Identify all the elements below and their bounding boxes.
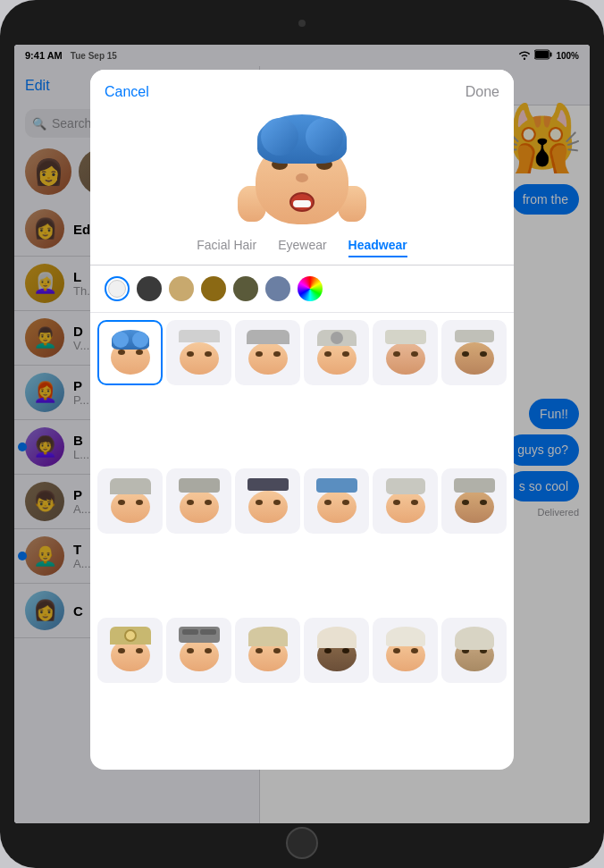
tab-headwear[interactable]: Headwear [348,238,407,257]
hw-preview-11 [452,478,497,525]
hw-knob-3 [331,332,343,344]
hw-goggles-r [200,629,216,635]
color-swatches [90,265,514,313]
headwear-item-1[interactable] [166,320,231,385]
hw-preview-1 [177,330,222,376]
hw-preview-4 [383,330,428,376]
hw-preview-12 [108,627,153,673]
hw-badge [124,629,137,642]
hw-head-wrap [386,627,425,646]
hw-cap-2 [247,330,289,344]
nose [296,173,308,182]
hw-preview-7 [177,478,222,525]
hw-face-13 [180,639,219,671]
ipad-frame: 9:41 AM Tue Sep 15 100% Edit Messages ✎ [0,0,604,868]
hw-wrap [317,627,357,648]
swatch-white[interactable] [105,276,130,301]
hw-face-9 [317,491,357,523]
home-button[interactable] [286,827,318,859]
headwear-item-5[interactable] [441,320,507,385]
memoji-modal: Cancel Done [90,70,514,770]
swatch-tan[interactable] [169,276,194,301]
hw-preview-6 [108,478,153,525]
camera-dot [298,20,306,27]
headwear-item-3[interactable] [304,320,369,385]
hw-face-2 [248,342,288,375]
hw-face-8 [248,491,288,523]
swatch-dark-gray[interactable] [137,276,162,301]
hw-bun-r-s [132,332,148,348]
hw-preview-17 [452,627,497,673]
hw-face-7 [180,491,219,523]
hw-cap-11 [454,478,495,493]
hw-preview-13 [177,627,222,673]
hw-face-5 [455,342,494,375]
hw-cap-12 [110,627,151,645]
hw-face-3 [317,342,357,375]
hw-cap-6 [110,478,151,494]
swatch-blue-gray[interactable] [265,276,290,301]
headwear-item-7[interactable] [166,468,231,534]
hw-cap-13 [179,627,220,643]
headwear-item-2[interactable] [235,320,300,385]
ipad-screen: 9:41 AM Tue Sep 15 100% Edit Messages ✎ [14,45,590,823]
hw-cap-9-blue [316,478,357,493]
hw-preview-16 [383,627,428,673]
hw-cap-10 [386,478,425,494]
hw-preview-15 [315,627,359,673]
hair-bun-left [261,118,298,156]
hw-preview-3 [315,330,359,376]
hw-face-10 [386,491,425,523]
headwear-item-8[interactable] [235,468,300,534]
hw-face-11 [455,491,494,523]
headwear-preview-selected [108,330,153,376]
headwear-item-16[interactable] [373,618,438,683]
hw-face-4 [386,342,425,375]
swatch-brown[interactable] [201,276,226,301]
hw-preview-5 [452,330,497,376]
teeth [293,200,311,207]
hw-turban [248,627,288,646]
headwear-item-11[interactable] [441,468,507,534]
modal-header: Cancel Done [90,70,514,114]
hw-preview-8 [246,478,290,525]
headwear-item-17[interactable] [441,618,507,683]
hw-face-1 [180,342,219,375]
headwear-item-6[interactable] [97,468,163,534]
hw-preview-9 [315,478,359,525]
hw-eye-r-s [136,350,143,355]
headwear-item-selected[interactable] [97,320,163,385]
hw-cap-7 [179,478,220,493]
hw-cap-4 [385,330,426,344]
hw-full-wrap [455,627,494,650]
headwear-item-12[interactable] [97,618,163,683]
headwear-item-14[interactable] [235,618,300,683]
headwear-item-4[interactable] [373,320,438,385]
hw-preview-2 [246,330,290,376]
headwear-grid [90,313,514,770]
avatar-preview [90,114,514,231]
cancel-button[interactable]: Cancel [105,84,149,100]
hw-goggles [182,629,198,635]
hw-cap-1 [179,330,220,342]
mouth [289,192,315,212]
hw-cap-8 [247,478,289,491]
done-button[interactable]: Done [466,84,499,100]
hw-eye-l-s [118,350,125,355]
tab-eyewear[interactable]: Eyewear [278,238,326,257]
headwear-item-13[interactable] [166,618,231,683]
hw-face-6 [111,491,150,523]
swatch-rainbow[interactable] [298,276,323,301]
headwear-item-15[interactable] [304,618,369,683]
hw-preview-10 [383,478,428,525]
modal-tabs: Facial Hair Eyewear Headwear [90,231,514,265]
tab-facial-hair[interactable]: Facial Hair [197,238,256,257]
hair-bun-right [306,118,343,156]
memoji-preview-container [248,114,356,231]
hw-bun-l-s [113,332,129,348]
swatch-dark-olive[interactable] [233,276,258,301]
swatch-white-inner [108,280,126,298]
headwear-item-10[interactable] [373,468,438,534]
hw-cap-5 [455,330,494,342]
headwear-item-9[interactable] [304,468,369,534]
